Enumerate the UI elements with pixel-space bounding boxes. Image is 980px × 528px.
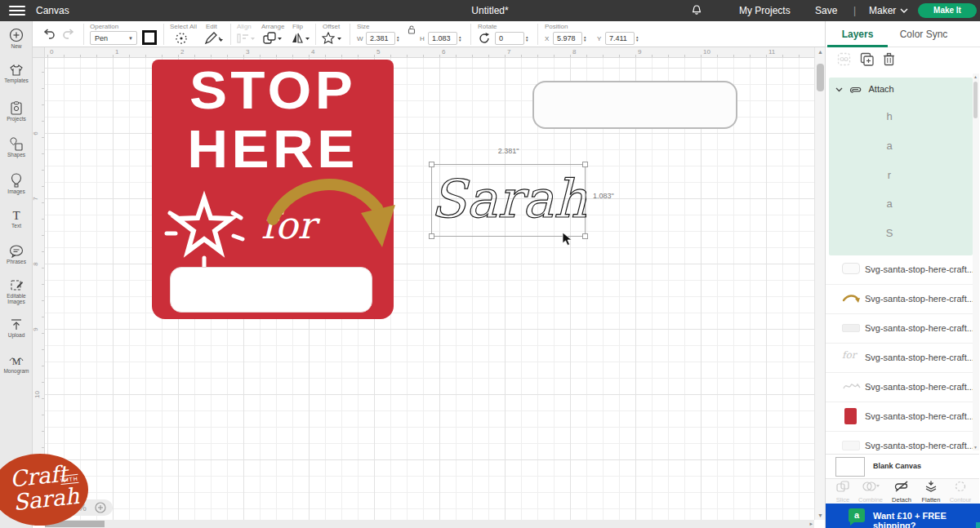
top-bar: Canvas Untitled* My Projects Save | Make… xyxy=(0,0,980,21)
flatten-button[interactable]: Flatten xyxy=(917,481,945,504)
mouse-cursor xyxy=(562,232,573,246)
sidebar-item-templates[interactable]: Templates xyxy=(0,64,33,83)
ruler-number: 2 xyxy=(180,48,184,55)
redo-icon[interactable] xyxy=(62,29,75,40)
canvas-vertical-scrollbar[interactable]: ▲ ▼ xyxy=(814,47,825,520)
layer-letter-a[interactable]: a xyxy=(881,197,898,210)
sidebar-item-images[interactable]: Images xyxy=(0,173,33,194)
scroll-right-arrow[interactable]: ▸ xyxy=(809,521,813,527)
attach-group[interactable]: Attach h a r a S xyxy=(829,78,973,255)
x-field-label: X xyxy=(545,35,549,42)
canvas-horizontal-scrollbar[interactable]: ▸ xyxy=(45,520,814,528)
my-projects-link[interactable]: My Projects xyxy=(739,5,791,16)
lock-icon[interactable] xyxy=(407,24,416,34)
rounded-rectangle-shape[interactable] xyxy=(532,81,737,129)
scroll-down-arrow[interactable]: ▼ xyxy=(973,445,978,450)
scroll-up-arrow[interactable]: ▲ xyxy=(973,74,978,79)
selection-handle-sw[interactable] xyxy=(429,233,434,239)
align-label: Align xyxy=(237,23,252,30)
hamburger-menu-icon[interactable] xyxy=(9,6,25,16)
rotate-input[interactable] xyxy=(495,32,524,45)
layer-thumbnail-red-sign xyxy=(844,408,857,424)
sarah-script-text[interactable]: Sarah xyxy=(432,165,586,237)
op-label: Flatten xyxy=(917,496,945,504)
group-icon xyxy=(837,52,851,66)
offset-icon[interactable] xyxy=(322,32,345,45)
sidebar-item-new[interactable]: New xyxy=(0,28,33,49)
select-all-icon[interactable] xyxy=(175,32,188,45)
sidebar-item-upload[interactable]: Upload xyxy=(0,318,33,338)
monogram-icon: M xyxy=(8,354,24,367)
rotate-icon[interactable] xyxy=(478,32,491,45)
machine-select[interactable]: Maker xyxy=(869,5,896,16)
detach-button[interactable]: Detach xyxy=(888,481,915,504)
layer-row[interactable]: Svg-santa-stop-here-craft... xyxy=(826,255,973,285)
selection-handle-nw[interactable] xyxy=(429,162,434,167)
layer-row[interactable]: Svg-santa-stop-here-craft... xyxy=(826,314,973,344)
tab-color-sync[interactable]: Color Sync xyxy=(891,21,956,47)
scroll-up-arrow[interactable]: ▲ xyxy=(817,49,823,55)
position-x-stepper[interactable]: ▴▾ xyxy=(584,32,591,45)
santa-stop-sign-graphic[interactable]: STOP HERE for xyxy=(152,60,394,319)
width-input[interactable] xyxy=(366,32,395,45)
selection-bounding-box[interactable]: Sarah xyxy=(431,164,586,237)
layer-row[interactable]: Svg-santa-stop-here-craft... xyxy=(826,402,973,432)
operation-value: Pen xyxy=(95,34,108,42)
layer-letter-s[interactable]: S xyxy=(881,227,898,239)
layer-letter-h[interactable]: h xyxy=(881,110,898,122)
design-canvas[interactable]: STOP HERE for 2.381" 1.083" Sar xyxy=(45,58,814,520)
duplicate-icon[interactable] xyxy=(860,52,875,66)
sidebar-item-phrases[interactable]: Phrases xyxy=(0,245,33,264)
layer-letter-a[interactable]: a xyxy=(881,140,898,152)
scrollbar-thumb[interactable] xyxy=(973,82,978,118)
chevron-down-icon[interactable] xyxy=(835,87,843,92)
projects-clipboard-icon xyxy=(11,101,22,115)
sidebar-item-projects[interactable]: Projects xyxy=(0,101,33,122)
contour-button: Contour xyxy=(947,481,974,504)
position-x-input[interactable] xyxy=(553,32,582,45)
layer-row[interactable]: Svg-santa-stop-here-craft... xyxy=(826,285,973,314)
height-stepper[interactable]: ▴▾ xyxy=(459,32,466,45)
ruler-number: 0 xyxy=(50,48,53,55)
sidebar-item-text[interactable]: T Text xyxy=(0,209,33,229)
undo-icon[interactable] xyxy=(42,29,56,40)
sidebar-item-monogram[interactable]: M Monogram xyxy=(0,354,33,374)
layers-actions xyxy=(826,47,980,72)
selection-width-label: 2.381" xyxy=(431,147,586,155)
height-input[interactable] xyxy=(428,32,457,45)
position-y-stepper[interactable]: ▴▾ xyxy=(636,32,644,45)
scroll-down-arrow[interactable]: ▼ xyxy=(817,512,823,518)
sidebar-item-shapes[interactable]: Shapes xyxy=(0,137,33,158)
width-stepper[interactable]: ▴▾ xyxy=(397,32,404,45)
arrange-icon[interactable] xyxy=(263,32,284,45)
rotate-stepper[interactable]: ▴▾ xyxy=(526,32,533,45)
promo-banner[interactable]: a Want £10 + FREE shipping? xyxy=(826,504,980,528)
selection-handle-se[interactable] xyxy=(582,233,588,239)
attach-group-header[interactable]: Attach xyxy=(835,84,894,97)
layer-letter-r[interactable]: r xyxy=(881,169,898,181)
make-it-button[interactable]: Make It xyxy=(918,3,977,18)
position-y-input[interactable] xyxy=(605,32,635,45)
selection-height-label: 1.083" xyxy=(593,192,614,200)
notifications-bell-icon[interactable] xyxy=(690,4,703,17)
trash-icon[interactable] xyxy=(883,52,895,66)
save-button[interactable]: Save xyxy=(815,5,837,16)
layer-row[interactable]: Svg-santa-stop-here-craft... xyxy=(826,373,973,402)
operation-dropdown[interactable]: Pen ▼ xyxy=(90,31,137,45)
tab-layers[interactable]: Layers xyxy=(827,21,888,47)
flip-icon[interactable] xyxy=(291,32,312,45)
layers-list-scrollbar[interactable]: ▲ ▼ xyxy=(973,73,979,450)
blank-canvas-row[interactable]: Blank Canvas xyxy=(826,454,979,478)
sign-blank-name-box xyxy=(170,267,372,313)
chevron-down-icon[interactable] xyxy=(900,8,908,14)
left-sidebar: New Templates Projects Shapes Images T T… xyxy=(0,21,33,528)
scrollbar-thumb[interactable] xyxy=(817,64,824,91)
zoom-in-icon[interactable] xyxy=(95,502,106,513)
selection-handle-ne[interactable] xyxy=(582,162,588,167)
layer-row[interactable]: for Svg-santa-stop-here-craft... xyxy=(826,344,973,373)
edit-pencil-icon[interactable] xyxy=(204,32,224,45)
sidebar-item-editable-images[interactable]: Editable Images xyxy=(0,279,33,304)
sign-line-stop: STOP xyxy=(142,61,403,120)
svg-text:Sarah: Sarah xyxy=(432,169,586,229)
operation-color-swatch[interactable] xyxy=(142,30,157,45)
